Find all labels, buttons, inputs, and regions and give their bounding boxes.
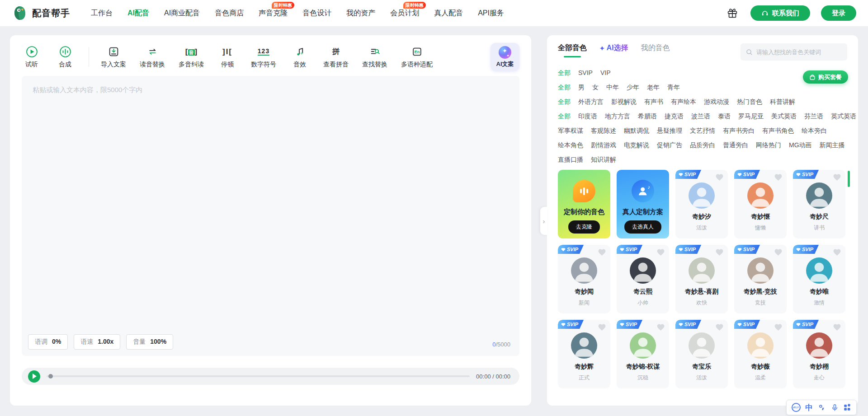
voice-card[interactable]: SVIP 奇云熙 小帅: [617, 245, 669, 313]
gift-icon[interactable]: [725, 6, 740, 20]
filter-item[interactable]: SVIP: [578, 67, 593, 79]
filter-item[interactable]: 中年: [606, 82, 619, 93]
filter-item[interactable]: 网络热门: [756, 140, 781, 151]
voice-card[interactable]: SVIP 奇妙薇 温柔: [734, 320, 787, 388]
ifly-logo-icon[interactable]: iFLY: [792, 403, 801, 412]
voice-tab-1[interactable]: ✦AI选择: [599, 43, 628, 57]
login-button[interactable]: 登录: [821, 5, 856, 21]
favorite-heart-icon[interactable]: [774, 173, 783, 182]
favorite-heart-icon[interactable]: [598, 323, 606, 332]
seek-handle[interactable]: [48, 374, 53, 379]
filter-item[interactable]: 客观陈述: [591, 125, 616, 136]
nav-item-7[interactable]: 会员计划限时特惠: [390, 9, 419, 18]
filter-item[interactable]: 游戏动漫: [704, 96, 729, 108]
nav-item-6[interactable]: 我的资产: [346, 9, 375, 18]
promo-action-button[interactable]: 去克隆: [568, 220, 600, 234]
voice-card[interactable]: SVIP 奇宝乐 活泼: [675, 320, 728, 388]
brand-logo[interactable]: 配音帮手: [12, 5, 70, 21]
filter-item[interactable]: 全部: [558, 82, 571, 93]
favorite-heart-icon[interactable]: [774, 323, 783, 332]
nav-item-3[interactable]: 音色商店: [215, 9, 244, 18]
filter-item[interactable]: 有声书旁白: [723, 125, 755, 136]
filter-item[interactable]: MG动画: [789, 140, 812, 151]
filter-item[interactable]: 外语方言: [578, 96, 604, 108]
filter-item[interactable]: 青年: [667, 82, 680, 93]
filter-item[interactable]: 剧情游戏: [591, 140, 616, 151]
chinese-mode-icon[interactable]: 中: [805, 404, 813, 411]
tool-play-circle[interactable]: 试听: [22, 46, 42, 69]
filter-item[interactable]: 普通旁白: [723, 140, 748, 151]
microphone-icon[interactable]: [831, 404, 839, 411]
filter-item[interactable]: 悬疑推理: [657, 125, 682, 136]
nav-item-8[interactable]: 真人配音: [434, 9, 463, 18]
filter-item[interactable]: 罗马尼亚: [738, 111, 764, 122]
voice-card[interactable]: SVIP 奇妙辉 正式: [558, 320, 610, 388]
favorite-heart-icon[interactable]: [715, 323, 724, 332]
favorite-heart-icon[interactable]: [833, 173, 841, 182]
nav-item-5[interactable]: 音色设计: [302, 9, 331, 18]
seek-bar[interactable]: [47, 375, 470, 377]
filter-item[interactable]: 芬兰语: [804, 111, 823, 122]
buy-package-button[interactable]: 购买套餐: [803, 70, 848, 84]
ai-copy-button[interactable]: ✦✦AI文案: [491, 43, 519, 71]
filter-item[interactable]: 女: [592, 82, 599, 93]
play-button[interactable]: [28, 370, 40, 383]
tool-find-replace[interactable]: 查找替换: [362, 46, 387, 69]
favorite-heart-icon[interactable]: [656, 248, 665, 257]
scrollbar-thumb[interactable]: [848, 171, 850, 187]
nav-item-0[interactable]: 工作台: [91, 9, 113, 18]
favorite-heart-icon[interactable]: [715, 173, 724, 182]
filter-item[interactable]: 绘本角色: [558, 140, 583, 151]
voice-card[interactable]: SVIP 奇妙惬 慵懒: [734, 170, 787, 238]
nav-item-2[interactable]: AI商业配音: [164, 9, 200, 18]
voice-search-input[interactable]: [756, 49, 842, 56]
filter-item[interactable]: 科普讲解: [770, 96, 795, 108]
filter-item[interactable]: 波兰语: [691, 111, 710, 122]
filter-item[interactable]: 新闻主播: [820, 140, 845, 151]
filter-item[interactable]: 品质旁白: [690, 140, 715, 151]
punctuation-icon[interactable]: [818, 403, 826, 411]
voice-card[interactable]: SVIP 奇妙悬-喜剧 欢快: [675, 245, 728, 313]
voice-card[interactable]: SVIP 奇妙汐 活泼: [675, 170, 728, 238]
filter-item[interactable]: 男: [578, 82, 585, 93]
voice-card[interactable]: SVIP 奇妙闻 新闻: [558, 245, 610, 313]
tool-sound-effect[interactable]: 音效: [290, 46, 310, 69]
filter-item[interactable]: 印度语: [578, 111, 597, 122]
tool-import-doc[interactable]: 导入文案: [101, 46, 126, 69]
tool-pause-insert[interactable]: ]I[停顿: [217, 46, 237, 69]
voice-card[interactable]: SVIP 奇妙尺 讲书: [793, 170, 845, 238]
filter-item[interactable]: 有声绘本: [671, 96, 696, 108]
text-input-area[interactable]: 粘贴或输入文本内容，限5000个字内 语调0%语速1.00x音量100% 0/5…: [22, 76, 519, 356]
filter-item[interactable]: 促销广告: [657, 140, 682, 151]
keyboard-layout-icon[interactable]: [843, 403, 851, 411]
collapse-panel-handle[interactable]: ›: [540, 207, 547, 235]
filter-item[interactable]: 全部: [558, 96, 571, 108]
tool-multilingual[interactable]: En多语种适配: [401, 46, 433, 69]
filter-item[interactable]: 幽默调侃: [624, 125, 649, 136]
favorite-heart-icon[interactable]: [656, 323, 665, 332]
tool-number-symbol[interactable]: 123数字符号: [251, 46, 276, 69]
filter-item[interactable]: 知识讲解: [591, 154, 616, 165]
contact-us-button[interactable]: 联系我们: [750, 5, 810, 21]
nav-item-1[interactable]: AI配音: [127, 9, 149, 18]
favorite-heart-icon[interactable]: [774, 248, 783, 257]
voice-card[interactable]: SVIP 奇妙唯 激情: [793, 245, 845, 313]
promo-action-button[interactable]: 去选真人: [624, 220, 661, 234]
filter-item[interactable]: 有声书角色: [762, 125, 794, 136]
filter-item[interactable]: 美式英语: [771, 111, 797, 122]
promo-card-0[interactable]: 定制你的音色 去克隆: [558, 170, 610, 238]
tool-view-pinyin[interactable]: 拼查看拼音: [323, 46, 349, 69]
favorite-heart-icon[interactable]: [833, 248, 841, 257]
promo-card-1[interactable]: ♪ 真人定制方案 去选真人: [617, 170, 669, 238]
voice-tab-2[interactable]: 我的音色: [641, 43, 670, 57]
tool-pronunciation-replace[interactable]: 读音替换: [140, 46, 165, 69]
voice-tab-0[interactable]: 全部音色: [558, 43, 587, 57]
filter-item[interactable]: 老年: [647, 82, 660, 93]
filter-item[interactable]: 希腊语: [638, 111, 657, 122]
filter-item[interactable]: 影视解说: [611, 96, 637, 108]
control-volume[interactable]: 音量100%: [126, 334, 173, 350]
control-pitch[interactable]: 语调0%: [28, 334, 68, 350]
filter-item[interactable]: 泰语: [718, 111, 731, 122]
filter-item[interactable]: 地方方言: [605, 111, 630, 122]
filter-item[interactable]: 有声书: [644, 96, 663, 108]
